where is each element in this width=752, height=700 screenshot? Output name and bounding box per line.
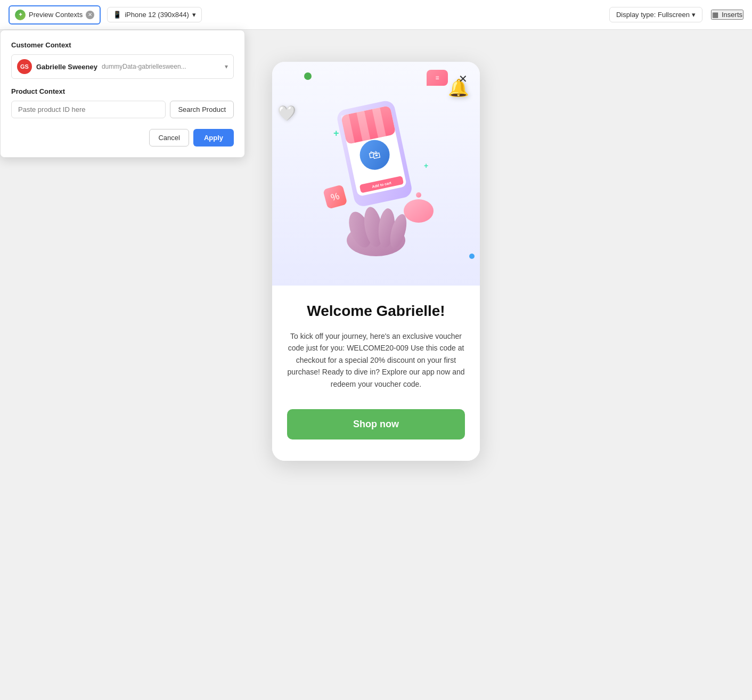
phone-icon: 📱 (113, 11, 121, 19)
phone-close-button[interactable]: ✕ (454, 70, 471, 87)
inserts-button[interactable]: ▦ Inserts (711, 10, 743, 20)
dropdown-panel: Customer Context GS Gabrielle Sweeney du… (0, 30, 245, 158)
heart-icon: 🤍 (277, 104, 296, 122)
inserts-label: Inserts (722, 11, 742, 19)
inserts-icon: ▦ (712, 11, 718, 19)
customer-chevron-icon: ▾ (225, 63, 228, 70)
illustration-wrapper: 🛍 Add to cart % (307, 88, 445, 259)
display-type-chevron-icon: ▾ (692, 11, 696, 19)
preview-icon: ✦ (15, 10, 26, 20)
apply-button[interactable]: Apply (193, 129, 234, 146)
shop-now-button[interactable]: Shop now (287, 409, 465, 439)
panel-actions: Cancel Apply (11, 129, 234, 146)
svg-point-16 (404, 199, 434, 223)
chevron-down-icon: ▾ (192, 11, 196, 19)
display-type-button[interactable]: Display type: Fullscreen ▾ (609, 7, 702, 22)
shopping-illustration: 🛍 Add to cart % (307, 88, 445, 259)
close-icon: ✕ (459, 72, 468, 85)
chat-bubble-decoration (427, 70, 448, 86)
welcome-body: To kick off your journey, here's an excl… (287, 330, 465, 390)
preview-contexts-button[interactable]: ✦ Preview Contexts ✕ (9, 5, 101, 25)
search-product-button[interactable]: Search Product (170, 101, 234, 118)
topbar-right: Display type: Fullscreen ▾ ▦ Inserts (609, 7, 743, 22)
welcome-heading: Welcome Gabrielle! (287, 303, 465, 320)
customer-name: Gabrielle Sweeney (36, 63, 97, 71)
phone-content: Welcome Gabrielle! To kick off your jour… (272, 286, 480, 461)
product-input-row: Search Product (11, 101, 234, 118)
preview-contexts-close-icon[interactable]: ✕ (86, 11, 94, 19)
product-context-label: Product Context (11, 87, 234, 95)
green-dot-decoration (304, 72, 312, 80)
cancel-button[interactable]: Cancel (149, 129, 189, 146)
product-id-input[interactable] (11, 101, 166, 118)
device-label: iPhone 12 (390x844) (125, 11, 189, 19)
avatar: GS (17, 59, 32, 74)
phone-mockup: ✕ 🔔 🤍 (272, 62, 480, 461)
svg-text:+: + (424, 161, 428, 170)
customer-data-label: dummyData-gabriellesween... (102, 63, 220, 70)
customer-selector[interactable]: GS Gabrielle Sweeney dummyData-gabrielle… (11, 54, 234, 79)
svg-point-17 (416, 192, 421, 198)
topbar: ✦ Preview Contexts ✕ 📱 iPhone 12 (390x84… (0, 0, 752, 30)
phone-illustration: 🔔 🤍 (272, 62, 480, 286)
display-type-label: Display type: Fullscreen (616, 11, 690, 19)
preview-contexts-label: Preview Contexts (29, 11, 83, 19)
device-selector-button[interactable]: 📱 iPhone 12 (390x844) ▾ (107, 7, 202, 22)
main-area: Customer Context GS Gabrielle Sweeney du… (0, 30, 752, 700)
blue-dot-decoration (469, 254, 475, 259)
customer-context-label: Customer Context (11, 41, 234, 49)
svg-text:+: + (333, 128, 339, 139)
